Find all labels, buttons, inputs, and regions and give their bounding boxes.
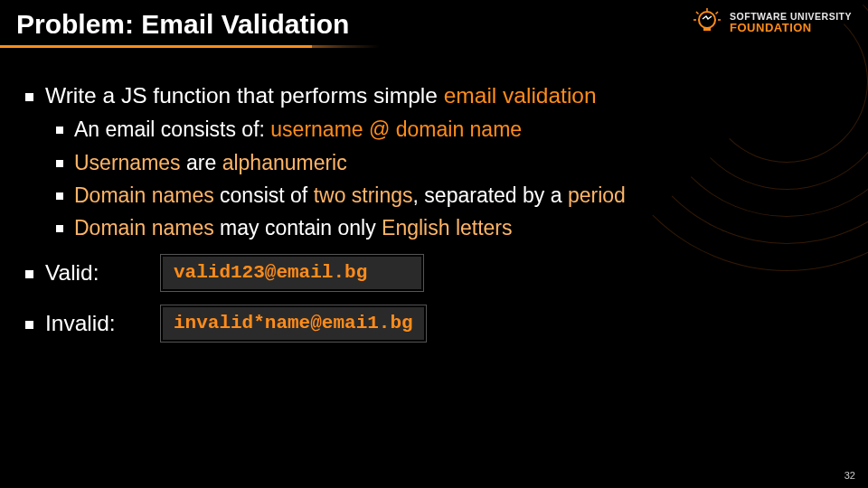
bullet-main: Write a JS function that performs simple… <box>25 83 852 108</box>
bullet-sub-domain-english: Domain names may contain only English le… <box>56 216 852 239</box>
bullet-sub-usernames: Usernames are alphanumeric <box>56 151 852 174</box>
logo-line2: FOUNDATION <box>730 22 852 34</box>
example-invalid: Invalid: invalid*name@emai1.bg <box>25 305 852 342</box>
brand-logo: SOFTWARE UNIVERSITY FOUNDATION <box>692 7 852 38</box>
svg-line-3 <box>716 12 719 14</box>
bullet-sub-domain-two: Domain names consist of two strings, sep… <box>56 183 852 207</box>
slide-body: Write a JS function that performs simple… <box>16 70 852 345</box>
svg-line-2 <box>696 12 699 14</box>
bullet-sub-consists: An email consists of: username @ domain … <box>56 117 852 141</box>
example-valid-code: valid123@email.bg <box>161 255 423 291</box>
svg-point-0 <box>699 12 715 28</box>
page-number: 32 <box>844 470 855 481</box>
example-valid-label: Valid: <box>25 260 161 286</box>
example-valid: Valid: valid123@email.bg <box>25 255 852 291</box>
example-invalid-code: invalid*name@emai1.bg <box>161 305 426 342</box>
title-underline <box>0 45 868 48</box>
example-invalid-label: Invalid: <box>25 311 161 336</box>
slide-title: Problem: Email Validation <box>16 9 349 40</box>
lightbulb-icon <box>692 7 722 38</box>
